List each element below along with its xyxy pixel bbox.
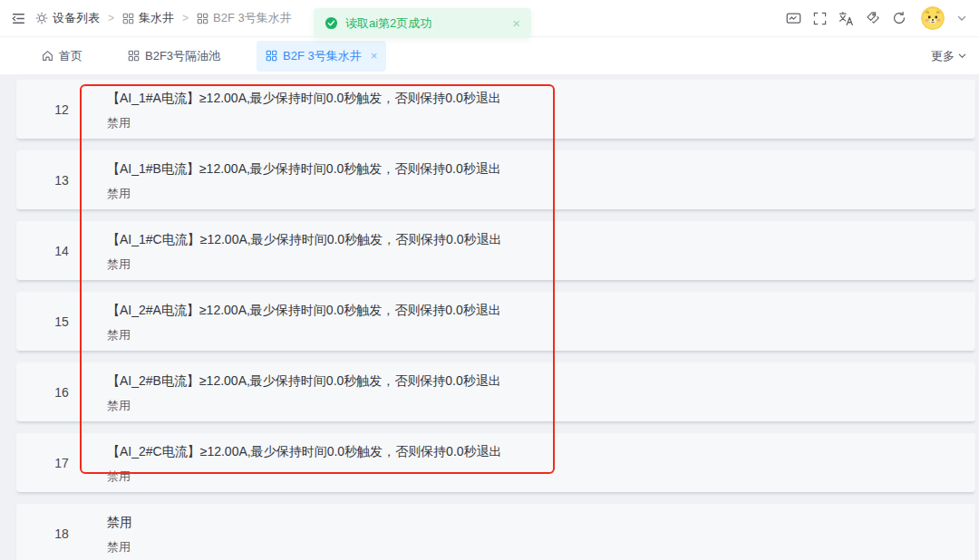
status-text: 禁用 [107, 186, 501, 202]
rule-text: 禁用 [107, 515, 132, 531]
list-item[interactable]: 12 【AI_1#A电流】≥12.00A,最少保持时间0.0秒触发，否则保持0.… [16, 80, 975, 139]
more-dropdown[interactable]: 更多 [931, 37, 966, 74]
chevron-down-icon [958, 52, 966, 60]
check-circle-icon [325, 16, 338, 30]
list-item[interactable]: 18 禁用 禁用 [16, 504, 975, 560]
header-actions [786, 6, 966, 30]
tab-b2f3-oil-separator[interactable]: B2F3号隔油池 [119, 41, 229, 72]
tab-bar: 首页 B2F3号隔油池 B2F 3号集水井 × 更多 [0, 37, 979, 74]
menu-fold-icon[interactable] [11, 11, 26, 26]
row-index: 13 [16, 150, 107, 209]
list-item[interactable]: 17 【AI_2#C电流】≥12.00A,最少保持时间0.0秒触发，否则保持0.… [16, 433, 975, 492]
avatar[interactable] [921, 6, 945, 30]
row-index: 15 [16, 292, 107, 351]
toast-message: 读取ai第2页成功 [345, 15, 431, 32]
tab-home[interactable]: 首页 [33, 41, 92, 72]
screen-icon[interactable] [786, 11, 801, 26]
refresh-icon[interactable] [891, 11, 906, 26]
tab-label: B2F3号隔油池 [145, 48, 220, 64]
grid-icon [128, 50, 140, 62]
row-index: 16 [16, 362, 107, 421]
breadcrumb-label: B2F 3号集水井 [213, 10, 292, 26]
breadcrumb-item-devices[interactable]: 设备列表 [35, 10, 100, 26]
list-item[interactable]: 13 【AI_1#B电流】≥12.00A,最少保持时间0.0秒触发，否则保持0.… [16, 150, 975, 209]
toast-notification: 读取ai第2页成功 × [314, 8, 531, 38]
grid-icon [266, 50, 277, 62]
list-item[interactable]: 16 【AI_2#B电流】≥12.00A,最少保持时间0.0秒触发，否则保持0.… [16, 362, 975, 421]
row-index: 18 [16, 504, 107, 560]
status-text: 禁用 [107, 468, 502, 485]
status-text: 禁用 [107, 539, 132, 555]
more-label: 更多 [931, 48, 955, 64]
status-text: 禁用 [107, 398, 501, 414]
rule-text: 【AI_2#B电流】≥12.00A,最少保持时间0.0秒触发，否则保持0.0秒退… [107, 373, 501, 390]
chevron-down-icon[interactable] [957, 14, 966, 23]
translate-icon[interactable] [838, 11, 854, 26]
rule-text: 【AI_2#A电流】≥12.00A,最少保持时间0.0秒触发，否则保持0.0秒退… [107, 303, 501, 319]
rule-text: 【AI_1#C电流】≥12.00A,最少保持时间0.0秒触发，否则保持0.0秒退… [107, 232, 502, 248]
grid-icon [197, 13, 208, 24]
row-index: 14 [16, 221, 107, 280]
tab-label: 首页 [59, 48, 82, 64]
toast-close-icon[interactable]: × [512, 16, 520, 30]
breadcrumb-item-sump[interactable]: 集水井 [122, 10, 174, 26]
tab-close-icon[interactable]: × [371, 50, 378, 62]
status-text: 禁用 [107, 256, 502, 273]
list-item[interactable]: 15 【AI_2#A电流】≥12.00A,最少保持时间0.0秒触发，否则保持0.… [16, 292, 975, 351]
status-text: 禁用 [107, 327, 501, 343]
breadcrumb-item-current: B2F 3号集水井 [197, 10, 292, 26]
row-index: 12 [16, 80, 107, 139]
tab-b2f3-sump-active[interactable]: B2F 3号集水井 × [257, 41, 386, 72]
home-icon [42, 50, 53, 62]
rule-text: 【AI_1#B电流】≥12.00A,最少保持时间0.0秒触发，否则保持0.0秒退… [107, 161, 501, 178]
fullscreen-icon[interactable] [812, 11, 828, 26]
list-item[interactable]: 14 【AI_1#C电流】≥12.00A,最少保持时间0.0秒触发，否则保持0.… [16, 221, 975, 280]
breadcrumb-separator: > [182, 12, 189, 24]
row-index: 17 [16, 433, 107, 492]
tags-icon[interactable] [865, 11, 880, 26]
breadcrumb-label: 集水井 [139, 10, 174, 26]
rule-text: 【AI_2#C电流】≥12.00A,最少保持时间0.0秒触发，否则保持0.0秒退… [107, 444, 502, 460]
rule-list: 12 【AI_1#A电流】≥12.00A,最少保持时间0.0秒触发，否则保持0.… [0, 74, 979, 560]
breadcrumb: 设备列表 > 集水井 > B2F 3号集水井 [35, 10, 292, 26]
breadcrumb-label: 设备列表 [53, 10, 100, 26]
grid-icon [122, 13, 134, 24]
tab-label: B2F 3号集水井 [283, 48, 362, 64]
rule-text: 【AI_1#A电流】≥12.00A,最少保持时间0.0秒触发，否则保持0.0秒退… [107, 91, 501, 107]
gear-icon [35, 12, 48, 24]
status-text: 禁用 [107, 115, 501, 131]
breadcrumb-separator: > [108, 12, 114, 24]
